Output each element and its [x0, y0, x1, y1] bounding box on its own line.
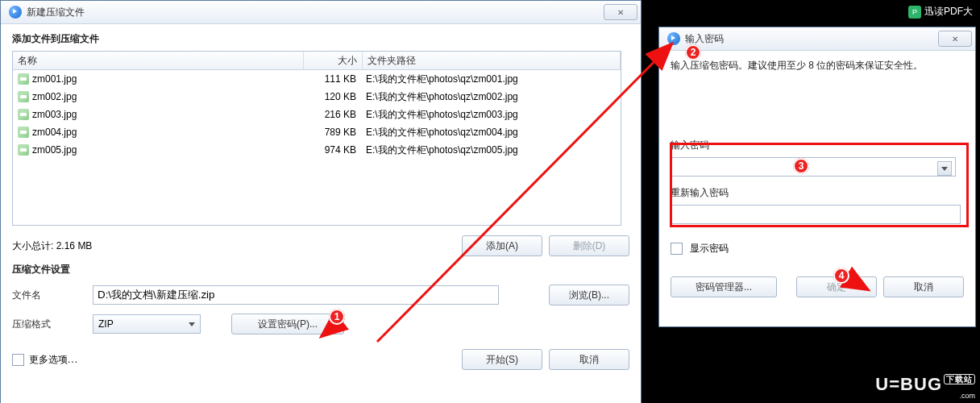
reenter-password-label: 重新输入密码 — [671, 186, 964, 200]
enter-password-label: 输入密码 — [671, 139, 964, 152]
file-size: 974 KB — [303, 144, 361, 156]
file-size: 111 KB — [303, 73, 361, 85]
reenter-password-input[interactable] — [671, 205, 961, 224]
file-path: E:\我的文件柜\photos\qz\zm005.jpg — [361, 143, 621, 157]
cancel-button[interactable]: 取消 — [549, 349, 629, 370]
show-password-label: 显示密码 — [690, 243, 729, 254]
file-name: zm005.jpg — [32, 144, 77, 156]
file-name: zm003.jpg — [32, 109, 77, 120]
settings-label: 压缩文件设置 — [12, 263, 629, 276]
format-select[interactable]: ZIP — [93, 314, 201, 334]
titlebar[interactable]: 新建压缩文件 ✕ — [1, 1, 641, 24]
password-combo[interactable] — [671, 157, 956, 177]
app-icon — [9, 6, 22, 19]
table-row[interactable]: zm001.jpg111 KBE:\我的文件柜\photos\qz\zm001.… — [13, 70, 621, 88]
file-size: 120 KB — [303, 91, 361, 102]
delete-button: 删除(D) — [549, 235, 629, 256]
close-button[interactable]: ✕ — [938, 31, 972, 47]
table-row[interactable]: zm003.jpg216 KBE:\我的文件柜\photos\qz\zm003.… — [13, 106, 621, 123]
password-dialog: 输入密码 ✕ 输入压缩包密码。建议使用至少 8 位的密码来保证安全性。 输入密码… — [658, 27, 976, 327]
file-name: zm004.jpg — [32, 127, 77, 138]
table-header: 名称 大小 文件夹路径 — [13, 52, 621, 70]
file-path: E:\我的文件柜\photos\qz\zm002.jpg — [361, 90, 621, 104]
table-row[interactable]: zm002.jpg120 KBE:\我的文件柜\photos\qz\zm002.… — [13, 88, 621, 106]
image-file-icon — [18, 73, 29, 85]
more-options-label: 更多选项 — [29, 353, 68, 367]
more-options-ellipsis[interactable]: ... — [68, 354, 78, 365]
app-icon — [667, 32, 680, 45]
password-manager-button[interactable]: 密码管理器... — [671, 276, 777, 297]
close-button[interactable]: ✕ — [604, 4, 637, 20]
col-size-header[interactable]: 大小 — [304, 52, 363, 69]
set-password-button[interactable]: 设置密码(P)... — [231, 314, 344, 334]
dialog-title: 输入密码 — [685, 32, 938, 46]
format-value: ZIP — [98, 318, 114, 330]
pdf-app-icon: P — [908, 6, 921, 19]
image-file-icon — [18, 91, 29, 102]
file-name: zm001.jpg — [32, 73, 77, 85]
totals-label: 大小总计: — [12, 240, 53, 251]
create-archive-dialog: 新建压缩文件 ✕ 添加文件到压缩文件 名称 大小 文件夹路径 zm001.jpg… — [0, 0, 642, 403]
image-file-icon — [18, 109, 29, 120]
watermark: U=U.BUGBUG下载站 .com — [875, 374, 975, 400]
taskbar-pdf-app[interactable]: P 迅读PDF大 — [908, 5, 973, 19]
file-path: E:\我的文件柜\photos\qz\zm001.jpg — [361, 73, 621, 86]
add-button[interactable]: 添加(A) — [462, 235, 542, 256]
taskbar-pdf-label: 迅读PDF大 — [924, 5, 973, 19]
ok-button: 确定 — [796, 276, 877, 297]
file-name: zm002.jpg — [32, 91, 77, 102]
file-path: E:\我的文件柜\photos\qz\zm003.jpg — [361, 108, 621, 122]
start-button[interactable]: 开始(S) — [462, 349, 542, 370]
file-size: 789 KB — [303, 127, 361, 138]
browse-button[interactable]: 浏览(B)... — [549, 285, 629, 305]
instruction-text: 输入压缩包密码。建议使用至少 8 位的密码来保证安全性。 — [671, 59, 964, 73]
dialog-title: 新建压缩文件 — [27, 6, 604, 19]
image-file-icon — [18, 127, 29, 138]
filename-label: 文件名 — [12, 289, 93, 302]
file-size: 216 KB — [303, 109, 361, 120]
cancel-button[interactable]: 取消 — [883, 276, 964, 297]
totals-value: 2.16 MB — [56, 240, 93, 251]
col-path-header[interactable]: 文件夹路径 — [363, 52, 621, 69]
filename-input[interactable] — [93, 285, 499, 305]
image-file-icon — [18, 144, 29, 156]
table-row[interactable]: zm005.jpg974 KBE:\我的文件柜\photos\qz\zm005.… — [13, 141, 621, 159]
file-table: 名称 大小 文件夹路径 zm001.jpg111 KBE:\我的文件柜\phot… — [12, 51, 621, 226]
file-path: E:\我的文件柜\photos\qz\zm004.jpg — [361, 126, 621, 139]
format-label: 压缩格式 — [12, 318, 93, 331]
show-password-checkbox[interactable] — [671, 243, 683, 255]
more-options-checkbox[interactable] — [12, 354, 24, 366]
titlebar[interactable]: 输入密码 ✕ — [659, 27, 975, 51]
table-row[interactable]: zm004.jpg789 KBE:\我的文件柜\photos\qz\zm004.… — [13, 123, 621, 141]
col-name-header[interactable]: 名称 — [13, 52, 304, 69]
chevron-down-icon[interactable] — [937, 161, 952, 176]
add-files-label: 添加文件到压缩文件 — [12, 32, 629, 46]
